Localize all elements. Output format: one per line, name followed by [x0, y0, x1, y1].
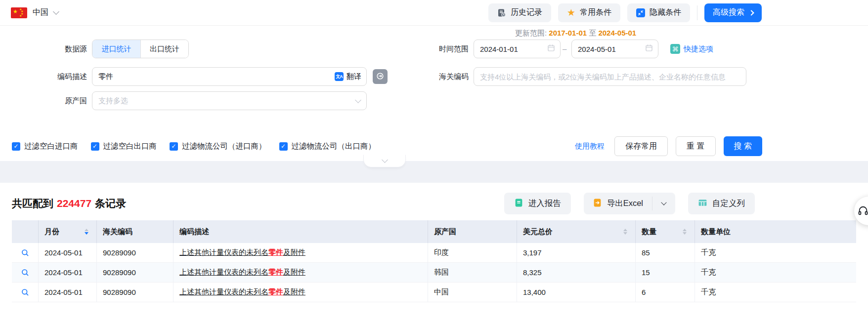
- hide-conditions-button[interactable]: 隐藏条件: [627, 3, 690, 22]
- row-detail-button[interactable]: [12, 243, 39, 262]
- hs-code-input[interactable]: [474, 68, 746, 85]
- filter-blank-exporter[interactable]: ✓ 过滤空白出口商: [91, 141, 157, 152]
- update-range-start: 2017-01-01: [549, 29, 587, 37]
- column-usd-total[interactable]: 美元总价: [517, 220, 636, 243]
- cell-unit: 千克: [695, 243, 856, 262]
- date-start-input[interactable]: 2024-01-01: [474, 40, 561, 58]
- cell-origin: 中国: [428, 283, 517, 302]
- form-actions: 使用教程 保存常用 重 置 搜 索: [575, 136, 762, 156]
- save-favorite-button[interactable]: 保存常用: [614, 136, 668, 156]
- magnifier-icon: [21, 288, 30, 297]
- search-button[interactable]: 搜 索: [724, 136, 762, 156]
- hs-code-field: [474, 67, 746, 86]
- date-end-input[interactable]: 2024-05-01: [571, 40, 658, 58]
- checkbox-checked-icon[interactable]: ✓: [12, 142, 20, 151]
- cell-hs-code: 90289090: [97, 243, 174, 262]
- table-row: 2024-05-01 90289090 上述其他计量仪表的未列名零件及附件 印度…: [12, 243, 856, 263]
- export-excel-label: 导出Excel: [607, 198, 643, 209]
- cell-code-desc[interactable]: 上述其他计量仪表的未列名零件及附件: [174, 243, 428, 262]
- country-name: 中国: [33, 7, 48, 18]
- country-selector[interactable]: ★ ★★ ★★ 中国: [11, 7, 58, 18]
- headset-icon: [858, 205, 868, 216]
- cell-quantity: 15: [636, 263, 695, 282]
- data-source-tabs: 进口统计 出口统计: [92, 40, 189, 58]
- filter-logistics-exporter[interactable]: ✓ 过滤物流公司（出口商）: [279, 141, 376, 152]
- filter-blank-importer[interactable]: ✓ 过滤空白进口商: [12, 141, 78, 152]
- cell-usd-total: 3,197: [517, 243, 636, 262]
- translate-label: 翻译: [347, 72, 361, 81]
- row-detail-button[interactable]: [12, 263, 39, 282]
- update-range-to: 至: [589, 29, 596, 37]
- tab-import-stats[interactable]: 进口统计: [92, 40, 140, 58]
- tutorial-link[interactable]: 使用教程: [575, 142, 605, 151]
- update-range: 更新范围: 2017-01-01 至 2024-05-01: [515, 29, 636, 38]
- custom-columns-button[interactable]: 自定义列: [688, 193, 755, 214]
- magnifier-arrow-icon: [376, 72, 385, 82]
- sort-control-quantity[interactable]: [683, 229, 689, 235]
- advanced-search-button[interactable]: 高级搜索: [704, 3, 762, 22]
- column-hs-code: 海关编码: [97, 220, 174, 243]
- search-panel: 更新范围: 2017-01-01 至 2024-05-01 数据源 进口统计 出…: [0, 26, 868, 161]
- cell-quantity: 85: [636, 243, 695, 262]
- search-mode-toggle-button[interactable]: [373, 69, 388, 84]
- favorites-label: 常用条件: [580, 7, 611, 18]
- keyword-highlight: 零件: [268, 268, 283, 277]
- collapse-panel-tab[interactable]: [363, 155, 406, 167]
- calendar-icon: [547, 44, 555, 54]
- cell-hs-code: 90289090: [97, 263, 174, 282]
- history-button[interactable]: 历史记录: [488, 3, 551, 22]
- command-icon: ⌘: [670, 44, 680, 54]
- translate-button[interactable]: 文A 翻译: [335, 68, 361, 85]
- origin-select[interactable]: 支持多选: [92, 91, 367, 110]
- column-code-desc: 编码描述: [174, 220, 428, 243]
- table-header-row: 月份 海关编码 编码描述 原产国 美元总价 数量: [12, 220, 856, 243]
- row-detail-button[interactable]: [12, 283, 39, 302]
- topbar-actions: 历史记录 ★ 常用条件 隐藏条件 高级搜索: [488, 3, 762, 22]
- cell-origin: 印度: [428, 243, 517, 262]
- enter-report-button[interactable]: 进入报告: [504, 193, 571, 214]
- export-excel-group: 导出Excel: [584, 193, 675, 214]
- checkbox-checked-icon[interactable]: ✓: [170, 142, 178, 151]
- cell-code-desc[interactable]: 上述其他计量仪表的未列名零件及附件: [174, 263, 428, 282]
- export-excel-button[interactable]: 导出Excel: [584, 193, 652, 214]
- sort-control-month[interactable]: [85, 229, 90, 235]
- advanced-search-label: 高级搜索: [713, 7, 744, 18]
- chevron-right-icon: [748, 10, 754, 15]
- history-icon: [497, 8, 506, 17]
- export-dropdown-button[interactable]: [652, 193, 675, 214]
- table-row: 2024-05-01 90289090 上述其他计量仪表的未列名零件及附件 韩国…: [12, 263, 856, 283]
- summary-suffix: 条记录: [95, 198, 126, 209]
- code-desc-field: 文A 翻译: [92, 67, 367, 86]
- code-desc-input[interactable]: [92, 68, 366, 85]
- keyword-highlight: 零件: [268, 248, 283, 257]
- quick-options-link[interactable]: ⌘ 快捷选项: [670, 40, 713, 58]
- column-origin: 原产国: [428, 220, 517, 243]
- quick-options-label: 快捷选项: [684, 44, 713, 54]
- data-source-label: 数据源: [0, 40, 87, 58]
- results-summary: 共匹配到224477条记录: [12, 197, 126, 210]
- cell-month: 2024-05-01: [39, 243, 97, 262]
- star-icon: ★: [567, 8, 575, 17]
- cell-usd-total: 13,400: [517, 283, 636, 302]
- summary-prefix: 共匹配到: [12, 198, 53, 209]
- cell-hs-code: 90289090: [97, 283, 174, 302]
- filter-logistics-importer[interactable]: ✓ 过滤物流公司（进口商）: [170, 141, 266, 152]
- translate-icon: 文A: [335, 72, 344, 81]
- chevron-down-icon: [355, 97, 361, 103]
- reset-button[interactable]: 重 置: [676, 136, 715, 156]
- results-header: 共匹配到224477条记录 进入报告 导出Excel: [12, 183, 856, 214]
- column-month[interactable]: 月份: [39, 220, 97, 243]
- checkbox-checked-icon[interactable]: ✓: [279, 142, 288, 151]
- caret-up-icon: [85, 229, 88, 231]
- results-toolbar: 进入报告 导出Excel 自定义列: [504, 193, 755, 214]
- cell-unit: 千克: [695, 283, 856, 302]
- hs-code-label: 海关编码: [425, 67, 469, 86]
- column-quantity[interactable]: 数量: [636, 220, 695, 243]
- tab-export-stats[interactable]: 出口统计: [140, 40, 188, 58]
- checkbox-checked-icon[interactable]: ✓: [91, 142, 99, 151]
- sort-control-usd[interactable]: [623, 229, 629, 235]
- caret-up-icon: [623, 229, 627, 231]
- columns-icon: [698, 198, 707, 209]
- favorites-button[interactable]: ★ 常用条件: [558, 3, 620, 22]
- cell-code-desc[interactable]: 上述其他计量仪表的未列名零件及附件: [174, 283, 428, 302]
